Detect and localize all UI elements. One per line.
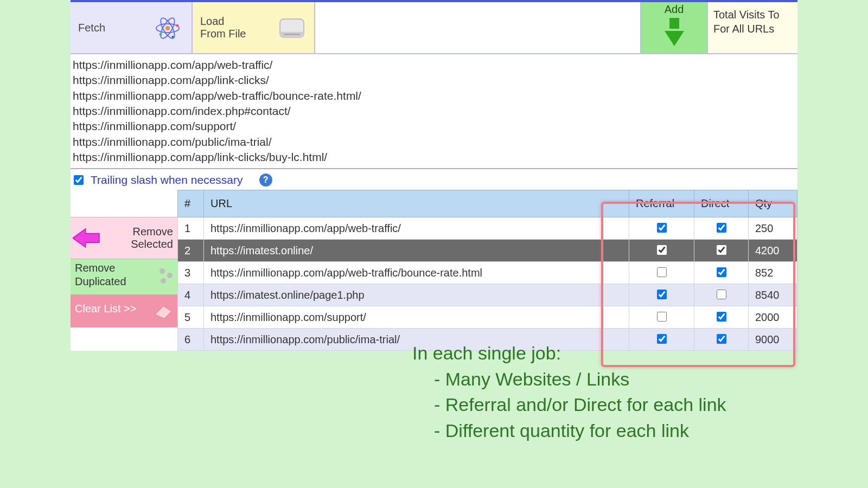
- total-visits-panel: Total Visits To For All URLs: [708, 2, 797, 53]
- col-header-url[interactable]: URL: [204, 190, 629, 217]
- cell-direct: [694, 306, 749, 329]
- direct-checkbox[interactable]: [717, 223, 726, 233]
- cell-direct: [694, 284, 749, 306]
- cell-qty[interactable]: 9000: [749, 329, 797, 351]
- url-list-input[interactable]: https://inmillionapp.com/app/web-traffic…: [71, 54, 797, 168]
- total-label: Total Visits To For All URLs: [713, 9, 780, 35]
- grid-sidepanel: Remove Selected Remove Duplicated Clear …: [71, 190, 177, 351]
- load-label: Load From File: [200, 15, 246, 40]
- table-row[interactable]: 3 https://inmillionapp.com/app/web-traff…: [178, 262, 797, 284]
- cell-qty[interactable]: 2000: [749, 306, 797, 329]
- remove-selected-label: Remove Selected: [131, 226, 173, 251]
- col-header-direct[interactable]: Direct: [694, 190, 749, 217]
- svg-marker-10: [73, 229, 99, 248]
- callout-b1: - Many Websites / Links: [412, 367, 726, 393]
- direct-checkbox[interactable]: [717, 312, 726, 322]
- eraser-icon: [151, 300, 174, 324]
- col-header-referral[interactable]: Referral: [629, 190, 694, 217]
- callout-title: In each single job:: [412, 341, 726, 367]
- svg-point-11: [159, 268, 165, 274]
- svg-point-3: [165, 26, 170, 30]
- add-button[interactable]: Add: [640, 2, 708, 53]
- cell-referral: [629, 284, 694, 306]
- svg-point-13: [161, 278, 166, 284]
- table-row[interactable]: 2 https://imatest.online/ 4200: [178, 240, 797, 262]
- referral-checkbox[interactable]: [657, 245, 667, 255]
- toolbar-spacer: [315, 2, 640, 53]
- cell-direct: [694, 262, 749, 284]
- callout-b3: - Different quantity for each link: [412, 418, 726, 444]
- cell-url: https://inmillionapp.com/support/: [204, 306, 629, 329]
- referral-checkbox[interactable]: [657, 290, 667, 299]
- app-window: Fetch Load From File: [71, 0, 797, 351]
- referral-checkbox[interactable]: [657, 267, 667, 277]
- url-list-container: https://inmillionapp.com/app/web-traffic…: [71, 54, 797, 169]
- cell-direct: [694, 217, 749, 240]
- cell-referral: [629, 306, 694, 329]
- svg-point-4: [176, 24, 178, 27]
- add-label: Add: [665, 3, 684, 16]
- cell-num: 5: [178, 306, 204, 329]
- svg-point-5: [159, 33, 162, 36]
- cell-url: https://inmillionapp.com/app/web-traffic…: [204, 217, 629, 240]
- trailing-slash-label: Trailing slash when necessary: [91, 174, 243, 187]
- cell-qty[interactable]: 4200: [749, 240, 797, 262]
- direct-checkbox[interactable]: [717, 245, 726, 255]
- cell-url: https://imatest.online/: [204, 240, 629, 262]
- svg-point-6: [171, 36, 174, 38]
- cell-num: 4: [178, 284, 204, 306]
- cell-num: 2: [178, 240, 204, 262]
- cell-num: 3: [178, 262, 204, 284]
- svg-rect-9: [284, 34, 300, 35]
- svg-point-12: [167, 273, 173, 278]
- atom-icon: [154, 14, 182, 45]
- trailing-slash-checkbox[interactable]: [74, 175, 84, 185]
- direct-checkbox[interactable]: [717, 290, 726, 299]
- cell-direct: [694, 240, 749, 262]
- cell-num: 6: [178, 329, 204, 351]
- remove-selected-button[interactable]: Remove Selected: [71, 217, 177, 259]
- col-header-qty[interactable]: Qty: [749, 190, 797, 217]
- callout: In each single job: - Many Websites / Li…: [412, 341, 726, 444]
- cell-referral: [629, 262, 694, 284]
- col-header-num[interactable]: #: [178, 190, 204, 217]
- referral-checkbox[interactable]: [657, 223, 667, 233]
- referral-checkbox[interactable]: [657, 312, 667, 322]
- cell-url: https://imatest.online/page1.php: [204, 284, 629, 306]
- toolbar: Fetch Load From File: [71, 2, 797, 54]
- remove-dup-label: Remove Duplicated: [75, 262, 126, 287]
- table-row[interactable]: 4 https://imatest.online/page1.php 8540: [178, 284, 797, 306]
- direct-checkbox[interactable]: [717, 267, 726, 277]
- cell-referral: [629, 240, 694, 262]
- cell-qty[interactable]: 8540: [749, 284, 797, 306]
- callout-b2: - Referral and/or Direct for each link: [412, 392, 726, 418]
- dedupe-icon: [158, 267, 174, 290]
- cell-referral: [629, 217, 694, 240]
- grid-section: Remove Selected Remove Duplicated Clear …: [71, 190, 797, 351]
- help-icon[interactable]: ?: [259, 174, 272, 187]
- svg-marker-14: [155, 306, 172, 319]
- fetch-label: Fetch: [78, 22, 105, 34]
- cell-qty[interactable]: 852: [749, 262, 797, 284]
- load-from-file-button[interactable]: Load From File: [193, 2, 315, 53]
- table-row[interactable]: 5 https://inmillionapp.com/support/ 2000: [178, 306, 797, 329]
- fetch-button[interactable]: Fetch: [71, 2, 193, 53]
- cell-qty[interactable]: 250: [749, 217, 797, 240]
- clear-list-button[interactable]: Clear List >>: [71, 295, 177, 328]
- grid-header-row: # URL Referral Direct Qty: [178, 190, 797, 217]
- trailing-slash-row: Trailing slash when necessary ?: [71, 169, 797, 190]
- remove-duplicated-button[interactable]: Remove Duplicated: [71, 259, 177, 295]
- disk-icon: [277, 14, 307, 45]
- cell-num: 1: [178, 217, 204, 240]
- cell-url: https://inmillionapp.com/app/web-traffic…: [204, 262, 629, 284]
- arrow-down-icon: [665, 16, 684, 46]
- table-row[interactable]: 1 https://inmillionapp.com/app/web-traff…: [178, 217, 797, 240]
- arrow-left-icon: [73, 226, 102, 253]
- url-grid: # URL Referral Direct Qty 1 https://inmi…: [177, 190, 797, 351]
- clear-list-label: Clear List >>: [75, 303, 136, 314]
